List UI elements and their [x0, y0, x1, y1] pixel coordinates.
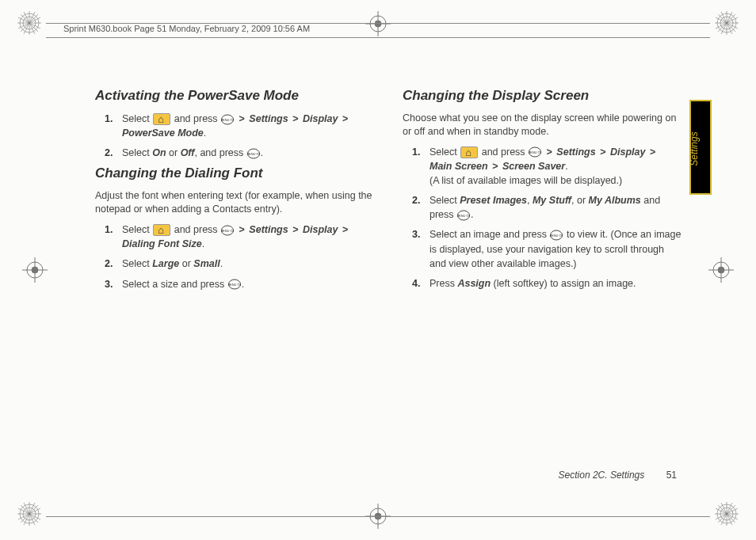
page-number: 51 — [666, 470, 677, 481]
svg-text:MENU OK: MENU OK — [221, 118, 234, 122]
heading-display-screen: Changing the Display Screen — [403, 88, 682, 104]
steps-dialing-font: Select and press MENU OK > Settings > Di… — [95, 222, 374, 291]
menu-ok-icon: MENU OK — [529, 146, 541, 158]
registration-mark-icon — [22, 257, 48, 283]
step: Select On or Off, and press MENU OK. — [95, 146, 374, 160]
home-icon — [153, 113, 170, 125]
heading-dialing-font: Changing the Dialing Font — [95, 165, 374, 181]
intro-text: Adjust the font when entering text (for … — [95, 189, 374, 216]
heading-powersave: Activating the PowerSave Mode — [95, 88, 374, 104]
step: Select and press MENU OK > Settings > Di… — [403, 145, 682, 188]
steps-powersave: Select and press MENU OK > Settings > Di… — [95, 112, 374, 160]
crop-starburst-icon — [715, 11, 739, 38]
svg-text:MENU OK: MENU OK — [550, 234, 563, 238]
steps-display-screen: Select and press MENU OK > Settings > Di… — [403, 145, 682, 291]
document-header: Sprint M630.book Page 51 Monday, Februar… — [63, 24, 310, 33]
intro-text: Choose what you see on the display scree… — [403, 112, 682, 139]
menu-ok-icon: MENU OK — [550, 229, 563, 241]
svg-text:MENU OK: MENU OK — [221, 229, 234, 233]
crop-starburst-icon — [17, 502, 41, 529]
step: Press Assign (left softkey) to assign an… — [403, 276, 682, 291]
step: Select and press MENU OK > Settings > Di… — [95, 112, 374, 140]
step: Select Preset Images, My Stuff, or My Al… — [403, 193, 682, 222]
crop-line — [46, 516, 710, 517]
page-footer: Section 2C. Settings 51 — [559, 470, 677, 481]
registration-mark-icon — [365, 11, 391, 36]
svg-text:MENU OK: MENU OK — [228, 283, 241, 287]
menu-ok-icon: MENU OK — [228, 278, 241, 291]
step: Select a size and press MENU OK. — [95, 277, 374, 291]
svg-text:MENU OK: MENU OK — [529, 150, 541, 154]
section-tab: Settings — [689, 100, 712, 195]
step: Select Large or Small. — [95, 257, 374, 271]
home-icon — [153, 224, 170, 236]
page-content: Activating the PowerSave Mode Select and… — [95, 83, 682, 297]
left-column: Activating the PowerSave Mode Select and… — [95, 83, 374, 297]
step: Select an image and press MENU OK to vie… — [403, 227, 682, 270]
crop-starburst-icon — [715, 502, 739, 529]
section-tab-label: Settings — [689, 131, 700, 165]
step: Select and press MENU OK > Settings > Di… — [95, 222, 374, 251]
section-label: Section 2C. Settings — [559, 470, 645, 481]
svg-text:MENU OK: MENU OK — [247, 152, 260, 156]
menu-ok-icon: MENU OK — [221, 113, 234, 126]
crop-line — [46, 37, 710, 38]
right-column: Changing the Display Screen Choose what … — [403, 83, 682, 297]
home-icon — [460, 146, 478, 158]
registration-mark-icon — [708, 257, 734, 283]
menu-ok-icon: MENU OK — [457, 209, 470, 222]
crop-starburst-icon — [17, 11, 41, 38]
svg-text:MENU OK: MENU OK — [457, 214, 470, 218]
menu-ok-icon: MENU OK — [247, 147, 260, 160]
menu-ok-icon: MENU OK — [221, 224, 234, 237]
